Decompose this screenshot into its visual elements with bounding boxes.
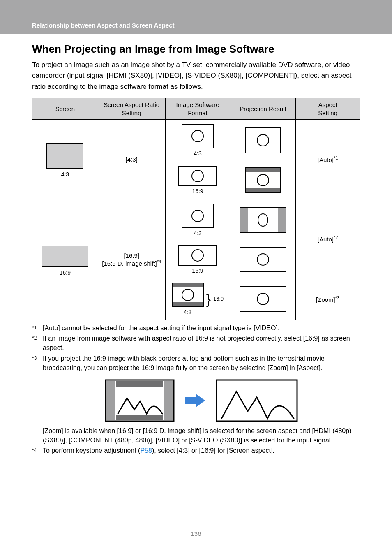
circle-icon <box>191 249 204 262</box>
content-area: When Projecting an Image from Image Soft… <box>0 34 392 456</box>
format-169-label: 16:9 <box>192 267 203 274</box>
svg-rect-4 <box>116 415 163 420</box>
cell-screen-169: 16:9 <box>32 199 98 320</box>
aspect-zoom-sup: *3 <box>335 295 339 300</box>
page: Relationship between Aspect and Screen A… <box>0 0 392 556</box>
footnote-1-mark: *1 <box>32 323 43 333</box>
cell-format-43-a: 4:3 <box>165 120 230 161</box>
svg-rect-6 <box>217 380 297 421</box>
format-letterbox-inner-label: 16:9 <box>213 295 224 303</box>
page-number: 136 <box>0 530 392 537</box>
cell-aspect-auto1: [Auto]*1 <box>296 120 360 199</box>
table-row: 4:3 [4:3] 4:3 <box>32 120 360 161</box>
brace-icon: } <box>206 292 211 306</box>
svg-rect-2 <box>164 381 173 420</box>
screen-169-label: 16:9 <box>32 269 98 276</box>
screen-169-icon <box>42 246 88 267</box>
circle-icon <box>257 293 269 305</box>
aspect-auto1-sup: *1 <box>334 155 338 160</box>
th-result: Projection Result <box>230 98 296 120</box>
table-header-row: Screen Screen Aspect Ratio Setting Image… <box>32 98 360 120</box>
format-169-label: 16:9 <box>192 188 203 195</box>
zoom-after-icon <box>216 379 298 422</box>
projection-pillarbox-icon <box>240 207 286 233</box>
cell-result-43-b <box>230 161 296 199</box>
circle-icon <box>182 289 194 301</box>
cell-format-169-b: 16:9 <box>165 241 230 278</box>
aspect-auto1-text: [Auto] <box>318 156 334 163</box>
cell-screen-43: 4:3 <box>32 120 98 199</box>
setting-169-line2: [16:9 D. image shift] <box>102 260 157 267</box>
footnote-4: *4 To perform keystone adjustment (P58),… <box>32 446 360 455</box>
projection-43-letterbox-icon <box>245 167 281 193</box>
svg-rect-3 <box>116 381 163 387</box>
circle-icon <box>258 213 268 227</box>
footnote-3-text: If you project the 16:9 image with black… <box>43 354 360 445</box>
th-aspect: Aspect Setting <box>296 98 360 120</box>
projection-169-icon <box>240 247 286 272</box>
header-band: Relationship between Aspect and Screen A… <box>0 0 392 34</box>
th-screen: Screen <box>32 98 98 120</box>
cell-result-169-c <box>230 278 296 320</box>
section-title: When Projecting an Image from Image Soft… <box>32 43 360 56</box>
circle-icon <box>257 174 269 186</box>
format-43-box-icon <box>182 204 214 228</box>
footnote-3: *3 If you project the 16:9 image with bl… <box>32 354 360 445</box>
screen-43-label: 4:3 <box>32 171 98 178</box>
format-43-label: 4:3 <box>194 150 201 157</box>
footnote-3-textline: If you project the 16:9 image with black… <box>43 355 325 371</box>
zoom-before-icon <box>105 379 175 422</box>
footnotes: *1 [Auto] cannot be selected for the asp… <box>32 323 360 456</box>
th-screen-aspect: Screen Aspect Ratio Setting <box>98 98 165 120</box>
aspect-auto2-sup: *2 <box>334 235 338 240</box>
footnote-1-text: [Auto] cannot be selected for the aspect… <box>43 323 360 333</box>
footnote-2: *2 If an image from image software with … <box>32 334 360 352</box>
format-169-box-icon <box>178 245 217 266</box>
circle-icon <box>257 253 269 266</box>
setting-169-line1: [16:9] <box>98 252 165 259</box>
format-169-box-icon <box>178 166 217 186</box>
format-43-box-icon <box>182 124 214 148</box>
cell-format-169-a: 4:3 <box>165 199 230 241</box>
circle-icon <box>257 134 269 146</box>
header-title: Relationship between Aspect and Screen A… <box>32 22 174 29</box>
cell-format-169-c: 4:3 } 16:9 <box>165 278 230 320</box>
setting-43-text: [4:3] <box>126 156 138 163</box>
aspect-zoom-text: [Zoom] <box>316 296 335 303</box>
aspect-auto2-text: [Auto] <box>318 236 334 243</box>
setting-169-sup: *4 <box>157 259 161 264</box>
svg-marker-5 <box>185 394 205 407</box>
format-letterbox-icon <box>172 283 204 307</box>
cell-format-43-b: 16:9 <box>165 161 230 199</box>
intro-paragraph: To project an image such as an image sho… <box>32 60 360 92</box>
cell-result-43-a <box>230 120 296 161</box>
projection-169-zoom-icon <box>240 286 286 312</box>
cell-aspect-auto2: [Auto]*2 <box>296 199 360 278</box>
cell-setting-169: [16:9] [16:9 D. image shift]*4 <box>98 199 165 320</box>
footnote-3-mark: *3 <box>32 354 43 445</box>
svg-rect-1 <box>106 381 115 420</box>
cell-aspect-zoom: [Zoom]*3 <box>296 278 360 320</box>
circle-icon <box>191 130 204 142</box>
footnote-4-link[interactable]: P58 <box>140 447 152 454</box>
projection-43-icon <box>245 127 281 153</box>
cell-setting-43: [4:3] <box>98 120 165 199</box>
table-row: 16:9 [16:9] [16:9 D. image shift]*4 4:3 <box>32 199 360 241</box>
zoom-illustration <box>43 379 360 422</box>
circle-icon <box>191 210 204 222</box>
footnote-3b-text: [Zoom] is available when [16:9] or [16:9… <box>43 427 351 444</box>
circle-icon <box>191 170 204 182</box>
aspect-table: Screen Screen Aspect Ratio Setting Image… <box>32 98 360 320</box>
footnote-4-text-a: To perform keystone adjustment ( <box>43 447 140 454</box>
cell-result-169-a <box>230 199 296 241</box>
screen-43-icon <box>46 143 83 169</box>
footnote-2-text: If an image from image software with asp… <box>43 334 360 352</box>
cell-result-169-b <box>230 241 296 278</box>
footnote-4-mark: *4 <box>32 446 43 455</box>
footnote-1: *1 [Auto] cannot be selected for the asp… <box>32 323 360 333</box>
format-letterbox-outer-label: 4:3 <box>172 309 204 315</box>
th-format: Image Software Format <box>165 98 230 120</box>
format-43-label: 4:3 <box>194 230 201 236</box>
footnote-4-text-b: ), select [4:3] or [16:9] for [Screen as… <box>152 447 274 454</box>
arrow-right-icon <box>184 392 207 409</box>
